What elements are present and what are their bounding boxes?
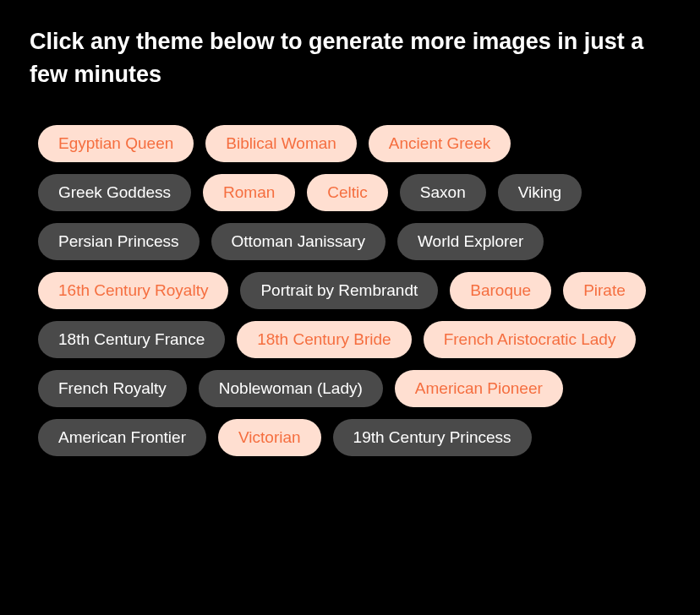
theme-pill[interactable]: 18th Century Bride xyxy=(237,321,411,358)
theme-pill[interactable]: Ottoman Janissary xyxy=(211,223,386,260)
theme-pill[interactable]: American Pioneer xyxy=(395,370,563,407)
theme-pill[interactable]: Roman xyxy=(203,174,295,211)
theme-pill[interactable]: Viking xyxy=(498,174,582,211)
theme-pill[interactable]: Pirate xyxy=(563,272,646,309)
theme-pill[interactable]: 18th Century France xyxy=(38,321,225,358)
theme-pill[interactable]: French Royalty xyxy=(38,370,187,407)
page-heading: Click any theme below to generate more i… xyxy=(30,25,670,91)
theme-pill[interactable]: World Explorer xyxy=(397,223,544,260)
theme-pill[interactable]: Saxon xyxy=(400,174,486,211)
theme-pill[interactable]: Noblewoman (Lady) xyxy=(199,370,383,407)
theme-pill[interactable]: Egyptian Queen xyxy=(38,125,194,162)
theme-pill[interactable]: Portrait by Rembrandt xyxy=(240,272,438,309)
theme-pill[interactable]: Victorian xyxy=(218,419,321,456)
theme-pill[interactable]: Persian Princess xyxy=(38,223,200,260)
themes-container: Egyptian QueenBiblical WomanAncient Gree… xyxy=(30,125,670,456)
theme-pill[interactable]: Celtic xyxy=(307,174,388,211)
theme-pill[interactable]: Ancient Greek xyxy=(369,125,511,162)
theme-pill[interactable]: Biblical Woman xyxy=(205,125,357,162)
theme-pill[interactable]: French Aristocratic Lady xyxy=(424,321,637,358)
theme-pill[interactable]: American Frontier xyxy=(38,419,206,456)
theme-pill[interactable]: 16th Century Royalty xyxy=(38,272,228,309)
theme-pill[interactable]: 19th Century Princess xyxy=(333,419,532,456)
theme-pill[interactable]: Greek Goddess xyxy=(38,174,191,211)
theme-pill[interactable]: Baroque xyxy=(450,272,551,309)
